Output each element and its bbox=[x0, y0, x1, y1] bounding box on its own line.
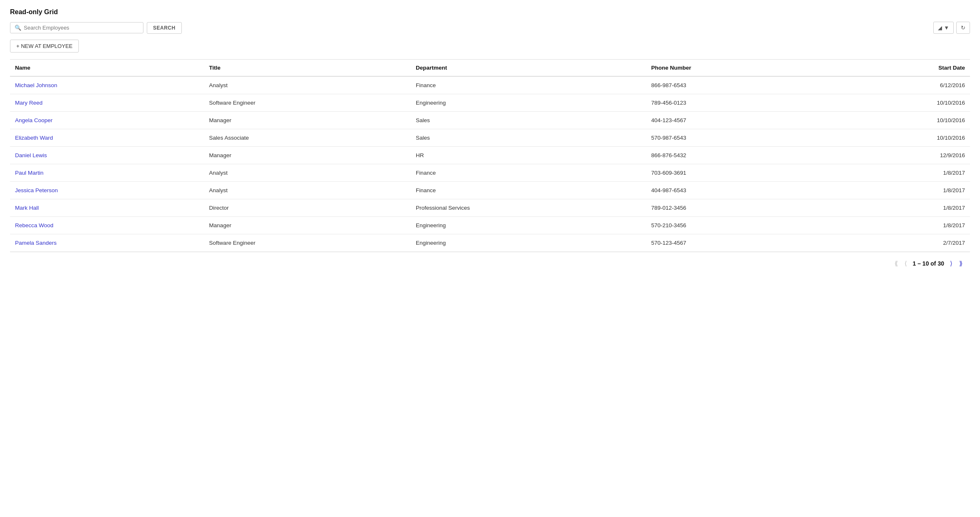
search-button[interactable]: SEARCH bbox=[147, 22, 182, 34]
employee-department-cell: Sales bbox=[411, 112, 646, 129]
search-icon: 🔍 bbox=[15, 25, 21, 31]
page-title: Read-only Grid bbox=[10, 8, 970, 16]
employee-department-cell: Finance bbox=[411, 76, 646, 94]
employee-table: Name Title Department Phone Number Start… bbox=[10, 59, 970, 252]
employee-department-cell: Professional Services bbox=[411, 199, 646, 217]
employee-phone-cell: 570-210-3456 bbox=[646, 217, 829, 234]
pagination-info: 1 – 10 of 30 bbox=[913, 260, 945, 267]
employee-name-cell: Daniel Lewis bbox=[10, 147, 204, 164]
employee-department-cell: Finance bbox=[411, 182, 646, 199]
employee-department-cell: Finance bbox=[411, 164, 646, 182]
search-wrapper: 🔍 bbox=[10, 22, 143, 33]
employee-title-cell: Director bbox=[204, 199, 411, 217]
employee-department-cell: Sales bbox=[411, 129, 646, 147]
table-row: Jessica PetersonAnalystFinance404-987-65… bbox=[10, 182, 970, 199]
table-row: Pamela SandersSoftware EngineerEngineeri… bbox=[10, 234, 970, 252]
employee-name-cell: Paul Martin bbox=[10, 164, 204, 182]
first-page-button[interactable]: ⟪ bbox=[892, 258, 900, 269]
employee-start-date-cell: 1/8/2017 bbox=[830, 164, 970, 182]
employee-phone-cell: 570-987-6543 bbox=[646, 129, 829, 147]
last-page-button[interactable]: ⟫ bbox=[957, 258, 965, 269]
employee-name-link[interactable]: Mary Reed bbox=[15, 100, 43, 106]
toolbar-right: ◢ ▼ ↻ bbox=[933, 22, 970, 34]
table-row: Elizabeth WardSales AssociateSales570-98… bbox=[10, 129, 970, 147]
employee-phone-cell: 789-456-0123 bbox=[646, 94, 829, 112]
col-header-title: Title bbox=[204, 60, 411, 77]
employee-phone-cell: 404-987-6543 bbox=[646, 182, 829, 199]
new-employee-button[interactable]: + NEW AT EMPLOYEE bbox=[10, 40, 79, 53]
col-header-department: Department bbox=[411, 60, 646, 77]
employee-name-link[interactable]: Rebecca Wood bbox=[15, 222, 53, 228]
employee-phone-cell: 570-123-4567 bbox=[646, 234, 829, 252]
employee-start-date-cell: 12/9/2016 bbox=[830, 147, 970, 164]
employee-start-date-cell: 6/12/2016 bbox=[830, 76, 970, 94]
filter-icon: ◢ bbox=[938, 25, 942, 31]
prev-page-button[interactable]: ⟨ bbox=[902, 258, 910, 269]
table-header: Name Title Department Phone Number Start… bbox=[10, 60, 970, 77]
employee-title-cell: Manager bbox=[204, 112, 411, 129]
employee-phone-cell: 404-123-4567 bbox=[646, 112, 829, 129]
col-header-phone: Phone Number bbox=[646, 60, 829, 77]
employee-title-cell: Software Engineer bbox=[204, 234, 411, 252]
employee-name-link[interactable]: Daniel Lewis bbox=[15, 152, 47, 158]
table-body: Michael JohnsonAnalystFinance866-987-654… bbox=[10, 76, 970, 252]
employee-start-date-cell: 10/10/2016 bbox=[830, 94, 970, 112]
col-header-name: Name bbox=[10, 60, 204, 77]
table-row: Mark HallDirectorProfessional Services78… bbox=[10, 199, 970, 217]
employee-start-date-cell: 2/7/2017 bbox=[830, 234, 970, 252]
refresh-icon: ↻ bbox=[961, 25, 965, 31]
employee-name-cell: Pamela Sanders bbox=[10, 234, 204, 252]
table-row: Daniel LewisManagerHR866-876-543212/9/20… bbox=[10, 147, 970, 164]
table-header-row: Name Title Department Phone Number Start… bbox=[10, 60, 970, 77]
employee-start-date-cell: 1/8/2017 bbox=[830, 199, 970, 217]
filter-dropdown-icon: ▼ bbox=[944, 25, 949, 31]
employee-title-cell: Analyst bbox=[204, 76, 411, 94]
refresh-button[interactable]: ↻ bbox=[956, 22, 970, 34]
employee-name-link[interactable]: Michael Johnson bbox=[15, 82, 57, 88]
employee-department-cell: Engineering bbox=[411, 217, 646, 234]
employee-name-cell: Elizabeth Ward bbox=[10, 129, 204, 147]
employee-title-cell: Analyst bbox=[204, 182, 411, 199]
employee-name-link[interactable]: Paul Martin bbox=[15, 170, 43, 176]
employee-phone-cell: 789-012-3456 bbox=[646, 199, 829, 217]
employee-phone-cell: 866-987-6543 bbox=[646, 76, 829, 94]
next-page-button[interactable]: ⟩ bbox=[947, 258, 955, 269]
employee-name-cell: Rebecca Wood bbox=[10, 217, 204, 234]
employee-title-cell: Analyst bbox=[204, 164, 411, 182]
employee-department-cell: HR bbox=[411, 147, 646, 164]
table-row: Michael JohnsonAnalystFinance866-987-654… bbox=[10, 76, 970, 94]
table-row: Paul MartinAnalystFinance703-609-36911/8… bbox=[10, 164, 970, 182]
col-header-start-date: Start Date bbox=[830, 60, 970, 77]
employee-department-cell: Engineering bbox=[411, 234, 646, 252]
employee-name-link[interactable]: Pamela Sanders bbox=[15, 240, 57, 246]
employee-name-cell: Jessica Peterson bbox=[10, 182, 204, 199]
employee-name-cell: Mark Hall bbox=[10, 199, 204, 217]
table-row: Mary ReedSoftware EngineerEngineering789… bbox=[10, 94, 970, 112]
employee-name-link[interactable]: Jessica Peterson bbox=[15, 187, 58, 193]
table-row: Rebecca WoodManagerEngineering570-210-34… bbox=[10, 217, 970, 234]
table-row: Angela CooperManagerSales404-123-456710/… bbox=[10, 112, 970, 129]
employee-phone-cell: 703-609-3691 bbox=[646, 164, 829, 182]
employee-title-cell: Manager bbox=[204, 217, 411, 234]
employee-name-cell: Michael Johnson bbox=[10, 76, 204, 94]
employee-name-cell: Mary Reed bbox=[10, 94, 204, 112]
employee-title-cell: Manager bbox=[204, 147, 411, 164]
employee-department-cell: Engineering bbox=[411, 94, 646, 112]
search-input[interactable] bbox=[24, 25, 139, 31]
employee-name-link[interactable]: Angela Cooper bbox=[15, 117, 53, 123]
employee-title-cell: Sales Associate bbox=[204, 129, 411, 147]
employee-start-date-cell: 1/8/2017 bbox=[830, 182, 970, 199]
employee-name-link[interactable]: Elizabeth Ward bbox=[15, 135, 53, 141]
toolbar: 🔍 SEARCH ◢ ▼ ↻ bbox=[10, 22, 970, 34]
employee-start-date-cell: 1/8/2017 bbox=[830, 217, 970, 234]
toolbar-left: 🔍 SEARCH bbox=[10, 22, 182, 34]
employee-name-cell: Angela Cooper bbox=[10, 112, 204, 129]
employee-phone-cell: 866-876-5432 bbox=[646, 147, 829, 164]
employee-start-date-cell: 10/10/2016 bbox=[830, 112, 970, 129]
employee-start-date-cell: 10/10/2016 bbox=[830, 129, 970, 147]
filter-button[interactable]: ◢ ▼ bbox=[933, 22, 954, 34]
employee-name-link[interactable]: Mark Hall bbox=[15, 205, 39, 211]
employee-title-cell: Software Engineer bbox=[204, 94, 411, 112]
pagination: ⟪ ⟨ 1 – 10 of 30 ⟩ ⟫ bbox=[10, 252, 970, 271]
